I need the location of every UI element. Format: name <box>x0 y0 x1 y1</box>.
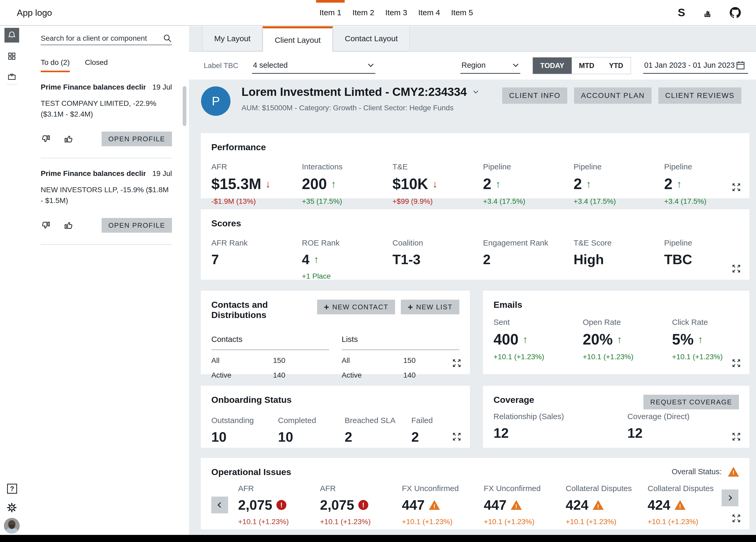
user-avatar[interactable] <box>4 518 20 534</box>
row-value: 150 <box>273 356 285 365</box>
expand-icon[interactable] <box>731 263 742 274</box>
gear-icon <box>6 502 17 513</box>
settings-button[interactable] <box>6 502 17 513</box>
expand-icon[interactable] <box>451 432 462 442</box>
metric-value: 7 <box>211 252 219 266</box>
open-profile-button[interactable]: OPEN PROFILE <box>102 218 172 233</box>
client-info-button[interactable]: CLIENT INFO <box>502 87 567 104</box>
contacts-card: Contacts and Distributions +NEW CONTACT … <box>201 291 470 374</box>
tab-client-layout[interactable]: Client Layout <box>263 26 333 52</box>
new-contact-button[interactable]: +NEW CONTACT <box>317 300 395 314</box>
period-mtd-button[interactable]: MTD <box>572 57 602 74</box>
metric-value: TBC <box>664 252 692 266</box>
warning-triangle-icon <box>511 500 522 510</box>
s-brand-icon[interactable]: S <box>678 6 685 19</box>
search-icon[interactable] <box>163 34 172 43</box>
error-badge-icon <box>276 500 286 510</box>
new-list-button[interactable]: +NEW LIST <box>401 300 459 314</box>
expand-icon[interactable] <box>731 182 742 192</box>
tab-todo[interactable]: To do (2) <box>41 58 70 72</box>
stackoverflow-icon[interactable] <box>701 7 713 18</box>
top-bar: App logo Item 1 Item 2 Item 3 Item 4 Ite… <box>0 0 756 26</box>
chevron-down-icon <box>368 61 374 67</box>
metric-label: Pipeline <box>574 162 664 171</box>
metric-delta: +10.1 (+1.23%) <box>566 518 648 526</box>
button-label: NEW LIST <box>416 303 453 311</box>
scores-card: Scores AFR Rank 7 ROE Rank 4↑ +1 Place C… <box>201 209 749 280</box>
chevron-down-icon <box>513 61 518 67</box>
metric-value: 2,075 <box>238 498 272 512</box>
question-mark-icon: ? <box>10 485 14 493</box>
bell-icon <box>7 31 16 40</box>
nav-item-3[interactable]: Item 3 <box>380 0 413 25</box>
metric-value: 424 <box>648 498 670 512</box>
thumbs-up-icon[interactable] <box>64 220 74 230</box>
expand-icon[interactable] <box>451 358 462 369</box>
score-roe-rank: ROE Rank 4↑ +1 Place <box>302 238 392 281</box>
metric-click-rate: Click Rate 5%↑ +10.1 (+1.23%) <box>672 318 751 361</box>
arrow-up-icon: ↑ <box>523 335 528 345</box>
metric-value: 12 <box>493 426 509 440</box>
notification-list: Prime Finance balances declined... 19 Ju… <box>41 83 172 245</box>
multiselect-value: 4 selected <box>253 61 288 70</box>
thumbs-down-icon[interactable] <box>41 134 51 144</box>
metric-delta: +10.1 (+1.23%) <box>320 518 402 526</box>
nav-item-5[interactable]: Item 5 <box>446 0 479 25</box>
github-icon[interactable] <box>729 7 741 19</box>
metric-delta: +10.1 (+1.23%) <box>402 518 484 526</box>
tab-contact-layout[interactable]: Contact Layout <box>333 26 410 51</box>
open-profile-button[interactable]: OPEN PROFILE <box>102 131 172 146</box>
arrow-down-icon: ↓ <box>265 179 270 189</box>
date-range-picker[interactable]: 01 Jan 2023 - 01 Jun 2023 <box>643 57 748 74</box>
nav-item-1[interactable]: Item 1 <box>314 0 347 25</box>
notifications-rail-button[interactable] <box>4 28 19 43</box>
expand-icon[interactable] <box>731 513 742 524</box>
portfolio-rail-button[interactable] <box>4 69 19 84</box>
search-input[interactable] <box>41 34 163 43</box>
nav-item-2[interactable]: Item 2 <box>347 0 380 25</box>
carousel-left-button[interactable] <box>211 497 228 513</box>
plus-icon: + <box>324 302 329 312</box>
metric-value: 2 <box>483 252 491 266</box>
arrow-up-icon: ↑ <box>586 179 591 189</box>
metric-delta: -$1.9M (13%) <box>211 197 302 205</box>
metric-label: FX Unconfirmed <box>402 484 484 493</box>
period-segmented-control: TODAY MTD YTD <box>532 57 631 74</box>
tab-closed[interactable]: Closed <box>85 58 108 72</box>
metric-label: Engagement Rank <box>483 238 574 247</box>
client-search <box>41 32 172 45</box>
label-multiselect[interactable]: 4 selected <box>252 57 375 74</box>
client-reviews-button[interactable]: CLIENT REVIEWS <box>658 87 741 104</box>
metric-label: T&E Score <box>574 238 664 247</box>
metric-label: T&E <box>392 162 483 171</box>
dashboard-rail-button[interactable] <box>4 49 19 64</box>
nav-item-4[interactable]: Item 4 <box>413 0 445 25</box>
metric-value: 447 <box>484 498 507 512</box>
issue-collateral-disputes: Collateral Disputes 424 +10.1 (+1.23%) <box>566 484 648 526</box>
client-name-row[interactable]: Lorem Investment Limted - CMY2:234334 <box>241 85 477 98</box>
carousel-right-button[interactable] <box>722 490 738 506</box>
request-coverage-button[interactable]: REQUEST COVERAGE <box>643 395 739 409</box>
expand-icon[interactable] <box>731 432 742 442</box>
period-today-button[interactable]: TODAY <box>533 57 572 74</box>
metric-delta: +$99 (9.9%) <box>392 197 483 205</box>
period-ytd-button[interactable]: YTD <box>602 57 631 74</box>
metric-label: Collateral Disputes <box>648 484 729 493</box>
arrow-up-icon: ↑ <box>331 179 336 189</box>
thumbs-down-icon[interactable] <box>41 220 51 230</box>
region-select[interactable]: Region <box>460 57 520 74</box>
issue-afr: AFR 2,075 +10.1 (+1.23%) <box>238 484 320 526</box>
arrow-up-icon: ↑ <box>496 179 501 189</box>
chevron-right-icon <box>726 493 734 502</box>
metric-delta: +1 Place <box>302 272 392 281</box>
account-plan-button[interactable]: ACCOUNT PLAN <box>574 87 652 104</box>
operational-issues-card: Operational Issues Overall Status: AFR 2… <box>201 458 749 529</box>
thumbs-up-icon[interactable] <box>64 134 74 144</box>
scrollbar-thumb[interactable] <box>183 86 186 126</box>
card-title: Emails <box>493 300 739 310</box>
help-button[interactable]: ? <box>7 484 17 494</box>
metric-afr: AFR $15.3M↓ -$1.9M (13%) <box>211 162 302 205</box>
tab-my-layout[interactable]: My Layout <box>202 26 263 51</box>
avatar-photo-beard <box>9 525 14 529</box>
expand-icon[interactable] <box>731 358 742 369</box>
